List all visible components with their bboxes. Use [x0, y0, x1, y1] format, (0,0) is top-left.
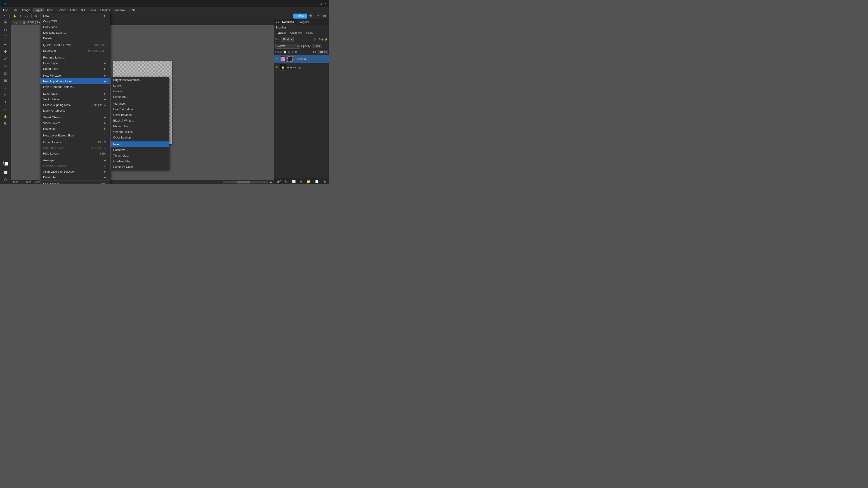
menu-item-distribute[interactable]: Distribute ▶: [40, 174, 110, 180]
menu-item-duplicate-label: Duplicate Layer...: [43, 31, 66, 34]
menu-item-smart-objects-arrow: ▶: [104, 116, 106, 119]
adj-brightness-contrast-label: Brightness/Contrast...: [113, 78, 142, 82]
adj-hue-saturation-label: Hue/Saturation...: [113, 107, 135, 111]
menu-item-rasterize[interactable]: Rasterize ▶: [40, 126, 110, 131]
menu-item-layer-content-label: Layer Content Options...: [43, 85, 75, 89]
adj-vibrance-label: Vibrance...: [113, 102, 127, 105]
menu-item-smart-objects-label: Smart Objects: [43, 116, 62, 119]
adj-posterize-label: Posterize...: [113, 148, 128, 152]
menu-item-hide-layers[interactable]: Hide Layers Ctrl+,: [40, 151, 110, 156]
menu-item-copy-svg-label: Copy SVG: [43, 25, 57, 29]
adj-sep2: [111, 141, 169, 141]
adj-threshold[interactable]: Threshold...: [111, 153, 169, 158]
adj-black-white-label: Black & White...: [113, 119, 134, 122]
sep5: [40, 114, 110, 114]
menu-item-distribute-arrow: ▶: [104, 176, 106, 178]
menu-item-mask-all-label: Mask All Objects: [43, 109, 65, 112]
menu-item-layer-mask[interactable]: Layer Mask ▶: [40, 91, 110, 96]
adj-color-lookup[interactable]: Color Lookup...: [111, 135, 169, 140]
menu-item-quick-export-label: Quick Export as PNG: [43, 43, 71, 47]
menu-item-new[interactable]: New ▶: [40, 13, 110, 19]
menu-item-export-as-shortcut: Alt+Shift+Ctrl+': [88, 49, 106, 53]
layer-dropdown-menu: New ▶ Copy CSS Copy SVG Duplicate Layer.…: [40, 13, 110, 184]
adj-channel-mixer-label: Channel Mixer...: [113, 130, 134, 133]
adj-color-balance[interactable]: Color Balance...: [111, 112, 169, 118]
menu-item-mask-all[interactable]: Mask All Objects: [40, 108, 110, 113]
adj-hue-saturation[interactable]: Hue/Saturation...: [111, 106, 169, 112]
menu-item-duplicate[interactable]: Duplicate Layer...: [40, 30, 110, 35]
adj-brightness-contrast[interactable]: Brightness/Contrast...: [111, 77, 169, 83]
menu-item-align-layers[interactable]: Align Layers to Selection ▶: [40, 169, 110, 174]
adj-color-balance-label: Color Balance...: [113, 113, 134, 117]
adj-submenu: Brightness/Contrast... Levels... Curves.…: [110, 77, 169, 170]
menu-item-lock-layers[interactable]: Lock Layers... Ctrl+/: [40, 181, 110, 184]
menu-item-smart-filter-label: Smart Filter: [43, 67, 58, 70]
dropdown-overlay: New ▶ Copy CSS Copy SVG Duplicate Layer.…: [0, 0, 329, 184]
menu-item-vector-mask-arrow: ▶: [104, 98, 106, 101]
menu-item-group-layers[interactable]: Group Layers Ctrl+G: [40, 139, 110, 145]
menu-item-ungroup-layers-shortcut: Shift+Ctrl+G: [91, 147, 106, 150]
menu-item-combine-shapes-arrow: ▶: [104, 165, 106, 167]
menu-item-copy-css-label: Copy CSS: [43, 20, 57, 23]
menu-item-new-slice[interactable]: New Layer Based Slice: [40, 133, 110, 138]
menu-item-new-fill-arrow: ▶: [104, 74, 106, 77]
menu-item-arrange-label: Arrange: [43, 159, 54, 162]
adj-vibrance[interactable]: Vibrance...: [111, 101, 169, 106]
adj-curves-label: Curves...: [113, 90, 125, 93]
menu-item-layer-mask-arrow: ▶: [104, 92, 106, 95]
menu-item-vector-mask[interactable]: Vector Mask ▶: [40, 96, 110, 102]
menu-item-copy-css[interactable]: Copy CSS: [40, 19, 110, 24]
adj-curves[interactable]: Curves...: [111, 88, 169, 94]
menu-item-new-fill[interactable]: New Fill Layer ▶: [40, 73, 110, 78]
adj-black-white[interactable]: Black & White...: [111, 118, 169, 123]
menu-item-copy-svg[interactable]: Copy SVG: [40, 24, 110, 30]
menu-item-arrange[interactable]: Arrange ▶: [40, 158, 110, 163]
menu-item-layer-style-label: Layer Style: [43, 61, 58, 65]
menu-item-layer-style[interactable]: Layer Style ▶: [40, 60, 110, 66]
adj-channel-mixer[interactable]: Channel Mixer...: [111, 129, 169, 135]
menu-item-export-as[interactable]: Export As... Alt+Shift+Ctrl+': [40, 48, 110, 54]
menu-item-smart-objects[interactable]: Smart Objects ▶: [40, 115, 110, 120]
menu-item-create-clipping[interactable]: Create Clipping Mask Alt+Ctrl+G: [40, 102, 110, 108]
menu-item-layer-content[interactable]: Layer Content Options...: [40, 84, 110, 90]
menu-item-delete-label: Delete: [43, 37, 52, 40]
menu-item-video-layers[interactable]: Video Layers ▶: [40, 120, 110, 126]
sep3: [40, 72, 110, 72]
menu-item-lock-layers-shortcut: Ctrl+/: [99, 183, 106, 185]
adj-levels-label: Levels...: [113, 84, 124, 87]
adj-selective-color[interactable]: Selective Color...: [111, 164, 169, 170]
adj-selective-color-label: Selective Color...: [113, 165, 135, 168]
adj-posterize[interactable]: Posterize...: [111, 147, 169, 153]
menu-item-smart-filter[interactable]: Smart Filter ▶: [40, 66, 110, 72]
menu-item-combine-shapes-label: Combine Shapes: [43, 164, 66, 168]
menu-item-new-adj[interactable]: New Adjustment Layer ▶: [40, 78, 110, 84]
menu-item-new-adj-arrow: ▶: [104, 80, 106, 83]
menu-item-hide-layers-label: Hide Layers: [43, 152, 59, 155]
sep2: [40, 54, 110, 54]
adj-sep1: [111, 100, 169, 100]
menu-item-rasterize-label: Rasterize: [43, 127, 56, 130]
menu-item-delete[interactable]: Delete: [40, 35, 110, 41]
adj-exposure[interactable]: Exposure...: [111, 94, 169, 100]
sep9: [40, 181, 110, 181]
menu-item-export-as-label: Export As...: [43, 49, 58, 53]
menu-item-quick-export[interactable]: Quick Export as PNG Shift+Ctrl+': [40, 42, 110, 48]
adj-levels[interactable]: Levels...: [111, 83, 169, 88]
menu-item-video-layers-label: Video Layers: [43, 121, 60, 125]
adj-gradient-map[interactable]: Gradient Map...: [111, 158, 169, 164]
menu-item-vector-mask-label: Vector Mask: [43, 98, 59, 101]
adj-exposure-label: Exposure...: [113, 95, 128, 98]
sep1: [40, 41, 110, 42]
menu-item-rename-label: Rename Layer...: [43, 56, 65, 59]
adj-photo-filter[interactable]: Photo Filter...: [111, 123, 169, 129]
adj-invert-label: Invert...: [113, 142, 123, 146]
adj-invert[interactable]: Invert...: [111, 141, 169, 147]
sep7: [40, 139, 110, 139]
menu-item-new-arrow: ▶: [104, 14, 106, 17]
menu-item-video-layers-arrow: ▶: [104, 122, 106, 124]
menu-item-align-layers-arrow: ▶: [104, 170, 106, 173]
menu-item-align-layers-label: Align Layers to Selection: [43, 170, 75, 173]
adj-gradient-map-label: Gradient Map...: [113, 160, 133, 163]
menu-item-new-slice-label: New Layer Based Slice: [43, 134, 73, 137]
menu-item-rename[interactable]: Rename Layer...: [40, 55, 110, 60]
